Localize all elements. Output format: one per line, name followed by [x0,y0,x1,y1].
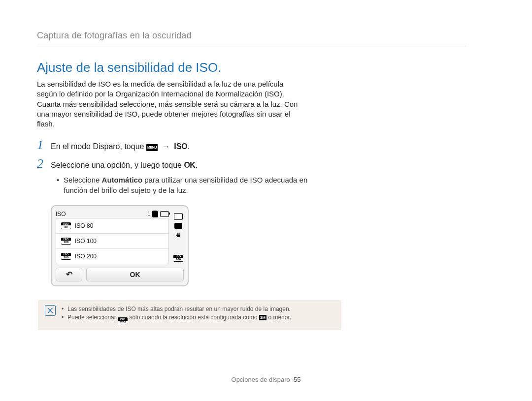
footer-label: Opciones de disparo [232,376,290,383]
step-1-iso: ISO [174,142,188,151]
step-1-post: . [188,142,190,151]
iso-side-badge-icon: ISO 100 [173,255,183,262]
ok-glyph-icon: OK [184,161,195,169]
step-2: 2 Seleccione una opción, y luego toque O… [37,156,313,171]
ok-button[interactable]: OK [86,268,184,281]
iso-option-label: ISO 100 [75,238,97,245]
three-m-icon: 3M [259,315,266,320]
iso-badge-icon: ISO 100 [61,238,71,245]
step-2-post: . [195,161,197,169]
battery-icon [160,211,169,217]
step-1-pre: En el modo Disparo, toque [51,142,146,151]
iso-options-list: ISO 80 ISO 80 ISO 100 ISO 100 [56,218,169,264]
iso-option-200[interactable]: ISO 200 ISO 200 [56,249,168,264]
step-2-pre: Seleccione una opción, y luego toque [51,161,184,169]
device-title: ISO [56,211,66,217]
section-title: Ajuste de la sensibilidad de ISO. [37,60,495,75]
device-counter: 1 [147,211,150,216]
breadcrumb-divider [37,46,466,46]
note-icon [45,305,56,316]
camera-screen-mockup: ISO 1 ISO 80 ISO 80 [51,205,189,286]
note-box: • Las sensibilidades de ISO más altas po… [38,300,341,330]
note-item-1: • Las sensibilidades de ISO más altas po… [62,305,334,313]
arrow-icon: → [160,142,174,151]
footer: Opciones de disparo 55 [0,376,532,383]
iso-option-100[interactable]: ISO 100 ISO 100 [56,234,168,249]
step-2-bullet: • Seleccione Automático para utilizar un… [57,175,323,195]
iso-option-label: ISO 80 [75,222,93,229]
memory-card-icon [152,211,158,217]
iso-3200-badge-icon: ISO 3200 [118,317,128,324]
step-1: 1 En el modo Disparo, toque MENU → ISO. [37,138,313,153]
menu-icon: MENU [146,144,158,151]
note-item-2: • Puede seleccionar ISO 3200 sólo cuando… [62,313,334,325]
iso-option-80[interactable]: ISO 80 ISO 80 [56,218,168,234]
hand-icon [175,232,182,239]
footer-page: 55 [294,376,300,383]
iso-badge-icon: ISO 80 [61,222,71,229]
step-number: 2 [37,156,51,171]
bullet-bold: Automático [102,176,143,184]
iso-badge-icon: ISO 200 [61,253,71,260]
side-icon-2 [174,223,182,229]
side-icon-1 [174,213,183,220]
breadcrumb: Captura de fotografías en la oscuridad [37,31,495,41]
intro-text: La sensibilidad de ISO es la medida de s… [37,79,298,129]
bullet-pre: Seleccione [64,176,102,184]
back-button[interactable]: ↶ [56,268,82,281]
step-number: 1 [37,138,51,153]
iso-option-label: ISO 200 [75,253,97,260]
